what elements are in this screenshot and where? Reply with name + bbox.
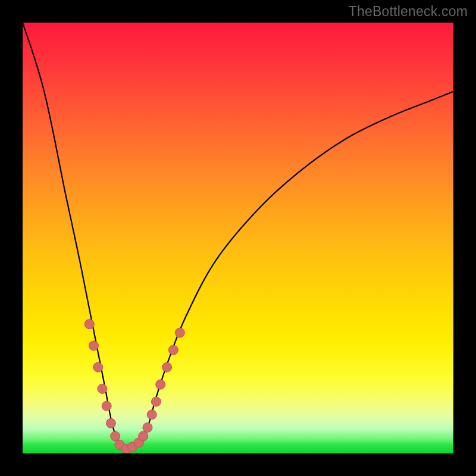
sample-dot <box>89 341 98 350</box>
sample-dot <box>175 328 184 337</box>
sample-dot <box>143 423 152 433</box>
sample-dots-layer <box>23 23 453 453</box>
sample-dot <box>106 418 115 428</box>
sample-dot <box>98 384 107 393</box>
watermark-text: TheBottleneck.com <box>349 4 468 20</box>
sample-dot <box>139 431 148 441</box>
sample-dot <box>151 397 161 406</box>
sample-dot <box>93 362 103 372</box>
sample-dot <box>162 362 172 372</box>
sample-dot <box>84 320 94 329</box>
sample-dot <box>156 380 165 389</box>
chart-frame: TheBottleneck.com <box>0 0 476 476</box>
plot-area <box>23 23 453 453</box>
sample-dot <box>111 431 120 441</box>
sample-dot <box>168 345 178 355</box>
sample-dot <box>102 401 111 411</box>
sample-dot <box>147 410 156 419</box>
